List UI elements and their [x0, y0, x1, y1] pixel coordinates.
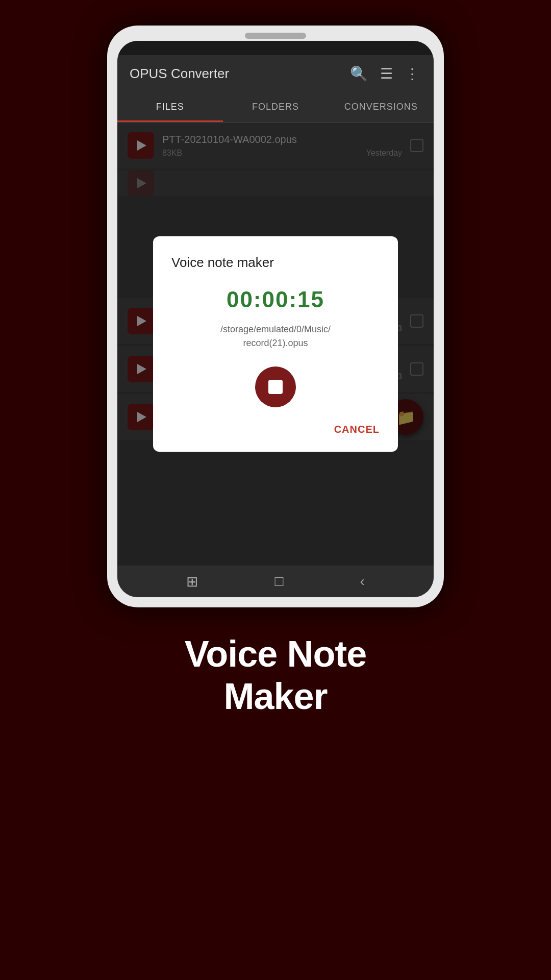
dialog-title: Voice note maker — [171, 255, 274, 271]
app-bar: OPUS Converter 🔍 ☰ ⋮ — [117, 55, 434, 92]
dialog-path: /storage/emulated/0/Music/record(21).opu… — [220, 323, 331, 350]
recents-nav-icon[interactable]: ⊞ — [186, 573, 198, 590]
tab-conversions[interactable]: CONVERSIONS — [328, 92, 434, 122]
stop-recording-button[interactable] — [255, 366, 296, 407]
stop-icon — [268, 380, 283, 394]
app-title: OPUS Converter — [130, 66, 340, 82]
tab-folders[interactable]: FOLDERS — [223, 92, 329, 122]
phone-notch — [245, 33, 306, 39]
file-list: PTT-20210104-WA0002.opus 83KB Yesterday … — [117, 122, 434, 566]
dialog-timer: 00:00:15 — [227, 287, 324, 312]
status-bar — [117, 41, 434, 55]
phone-screen: OPUS Converter 🔍 ☰ ⋮ FILES FOLDERS CONVE… — [117, 41, 434, 597]
dialog-actions: CANCEL — [171, 420, 380, 439]
dialog-overlay: Voice note maker 00:00:15 /storage/emula… — [117, 122, 434, 566]
bottom-label: Voice NoteMaker — [185, 633, 367, 718]
filter-icon[interactable]: ☰ — [378, 63, 395, 84]
back-nav-icon[interactable]: ‹ — [360, 573, 365, 590]
phone-shell: OPUS Converter 🔍 ☰ ⋮ FILES FOLDERS CONVE… — [107, 26, 444, 607]
home-nav-icon[interactable]: □ — [274, 573, 283, 590]
tab-bar: FILES FOLDERS CONVERSIONS — [117, 92, 434, 122]
more-options-icon[interactable]: ⋮ — [403, 63, 421, 84]
voice-note-dialog: Voice note maker 00:00:15 /storage/emula… — [153, 236, 398, 452]
search-icon[interactable]: 🔍 — [348, 63, 370, 84]
cancel-button[interactable]: CANCEL — [334, 420, 380, 439]
tab-files[interactable]: FILES — [117, 92, 223, 122]
nav-bar: ⊞ □ ‹ — [117, 566, 434, 597]
